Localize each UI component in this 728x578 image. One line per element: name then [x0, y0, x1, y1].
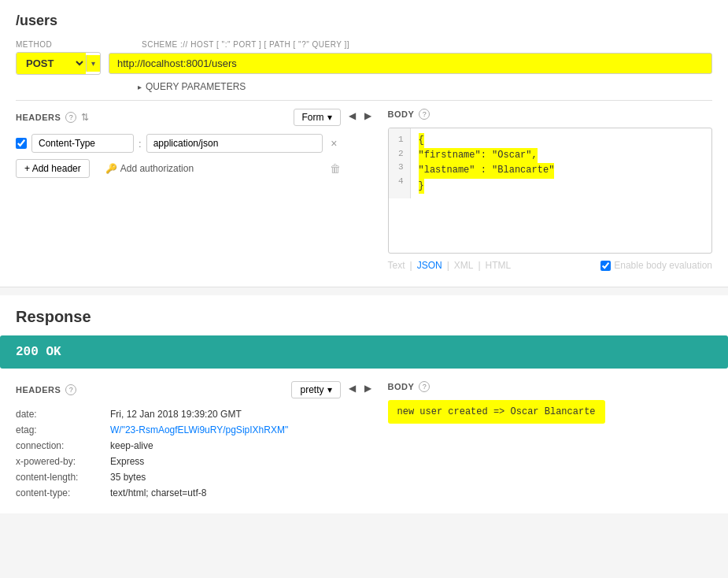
resp-header-key-xpowered: x-powered-by:: [16, 454, 110, 469]
resp-headers-table: date: Fri, 12 Jan 2018 19:39:20 GMT etag…: [16, 406, 341, 501]
etag-link[interactable]: W/"23-RsmAogfELWi9uRY/pgSipIXhRXM": [110, 424, 288, 435]
add-header-button[interactable]: + Add header: [16, 159, 90, 178]
headers-sort-icon[interactable]: ⇅: [81, 112, 89, 123]
code-lines: 1 2 3 4 { "firstname": "Oscar", "lastnam…: [389, 128, 712, 198]
body-eval-checkbox[interactable]: [601, 261, 611, 271]
resp-header-val-contentlength: 35 bytes: [110, 469, 341, 485]
resp-pretty-button[interactable]: pretty ▾: [291, 381, 340, 398]
collapse-right-icon: ▶: [364, 110, 371, 121]
resp-header-val-etag: W/"23-RsmAogfELWi9uRY/pgSipIXhRXM": [110, 422, 341, 438]
method-url-row: POST GET PUT DELETE PATCH ▾: [16, 52, 712, 75]
resp-headers-label-row: HEADERS ? pretty ▾: [16, 381, 341, 398]
resp-collapse-right-icon: ▶: [364, 383, 371, 394]
resp-header-val-date: Fri, 12 Jan 2018 19:39:20 GMT: [110, 406, 341, 422]
method-dropdown-btn[interactable]: ▾: [86, 55, 100, 72]
format-json-link[interactable]: JSON: [417, 260, 442, 271]
resp-headers-info-icon: ?: [65, 384, 76, 395]
body-line-1: {: [419, 133, 424, 148]
resp-header-row-xpowered: x-powered-by: Express: [16, 454, 341, 469]
header-value-input-1[interactable]: [146, 134, 323, 153]
resp-header-row-contenttype: content-type: text/html; charset=utf-8: [16, 485, 341, 501]
add-authorization-button[interactable]: 🔑 Add authorization: [105, 163, 194, 174]
resp-body-info-icon: ?: [419, 381, 430, 392]
status-bar: 200 OK: [0, 335, 728, 369]
response-title: Response: [16, 308, 712, 326]
resp-header-val-contenttype: text/html; charset=utf-8: [110, 485, 341, 501]
body-panel-header: BODY ?: [388, 109, 713, 120]
url-input[interactable]: [109, 53, 712, 74]
resp-body-content: new user created => Oscar Blancarte: [388, 400, 713, 424]
response-section: Response 200 OK HEADERS ? pretty ▾ date:…: [0, 295, 728, 513]
resp-header-row-date: date: Fri, 12 Jan 2018 19:39:20 GMT: [16, 406, 341, 422]
format-xml-label: XML: [454, 260, 474, 271]
separator-2: |: [447, 260, 449, 271]
line-numbers: 1 2 3 4: [389, 128, 411, 198]
headers-panel-header: HEADERS ? ⇅ Form ▾: [16, 109, 341, 126]
header-row-1: : ×: [16, 134, 341, 153]
code-content: { "firstname": "Oscar", "lastname" : "Bl…: [411, 128, 712, 198]
resp-collapse-left-icon: ◀: [349, 383, 356, 394]
body-format-row: Text | JSON | XML | HTML Enable body eva…: [388, 260, 713, 271]
resp-body-header: BODY ?: [388, 381, 713, 392]
url-label: SCHEME :// HOST [ ":" PORT ] [ PATH [ "?…: [142, 40, 349, 49]
headers-panel-title: HEADERS: [16, 113, 61, 122]
resp-headers-panel: HEADERS ? pretty ▾ date: Fri, 12 Jan 201…: [16, 381, 349, 501]
collapse-left-arrow[interactable]: ◀: [349, 109, 364, 121]
header-key-input-1[interactable]: [31, 134, 134, 153]
resp-header-val-connection: keep-alive: [110, 438, 341, 454]
headers-info-icon: ?: [65, 112, 76, 123]
query-params-arrow-icon: ▸: [138, 83, 142, 91]
resp-headers-title: HEADERS: [16, 385, 61, 395]
headers-panel: HEADERS ? ⇅ Form ▾ : × + Add header 🔑: [16, 109, 349, 178]
query-params-toggle[interactable]: ▸ QUERY PARAMETERS: [138, 81, 712, 92]
resp-body-title: BODY: [388, 382, 415, 391]
body-line-3: "lastname" : "Blancarte": [419, 163, 555, 178]
separator-3: |: [478, 260, 480, 271]
response-panels: HEADERS ? pretty ▾ date: Fri, 12 Jan 201…: [16, 381, 712, 501]
resp-header-row-contentlength: content-length: 35 bytes: [16, 469, 341, 485]
header-remove-icon-1[interactable]: ×: [327, 137, 340, 150]
collapse-left-icon: ◀: [349, 110, 356, 121]
method-select-wrapper: POST GET PUT DELETE PATCH ▾: [16, 52, 101, 75]
body-panel: BODY ? 1 2 3 4 { "firstname": "Oscar", "…: [380, 109, 713, 271]
body-code-editor[interactable]: 1 2 3 4 { "firstname": "Oscar", "lastnam…: [388, 128, 713, 254]
key-icon: 🔑: [105, 163, 117, 174]
separator-1: |: [410, 260, 412, 271]
header-checkbox-1[interactable]: [16, 138, 27, 149]
resp-header-val-xpowered: Express: [110, 454, 341, 469]
resp-body-text: new user created => Oscar Blancarte: [388, 400, 605, 424]
format-html-label: HTML: [486, 260, 512, 271]
body-panel-title: BODY: [388, 109, 415, 119]
resp-collapse-right[interactable]: ▶: [364, 381, 380, 394]
trash-icon[interactable]: 🗑: [330, 162, 341, 175]
resp-header-row-connection: connection: keep-alive: [16, 438, 341, 454]
form-button[interactable]: Form ▾: [294, 109, 341, 126]
resp-body-panel: BODY ? new user created => Oscar Blancar…: [380, 381, 713, 424]
body-line-4: }: [419, 179, 424, 194]
request-body-row: HEADERS ? ⇅ Form ▾ : × + Add header 🔑: [16, 109, 712, 271]
header-actions-row: + Add header 🔑 Add authorization 🗑: [16, 159, 341, 178]
body-eval-label: Enable body evaluation: [614, 260, 712, 271]
body-info-icon: ?: [419, 109, 430, 120]
resp-header-row-etag: etag: W/"23-RsmAogfELWi9uRY/pgSipIXhRXM": [16, 422, 341, 438]
resp-header-key-contenttype: content-type:: [16, 485, 110, 501]
header-colon-1: :: [139, 138, 142, 150]
method-label: METHOD: [16, 40, 142, 49]
body-eval-check: Enable body evaluation: [601, 260, 712, 271]
page-title: /users: [16, 13, 712, 29]
divider: [16, 100, 712, 101]
resp-header-key-connection: connection:: [16, 438, 110, 454]
resp-header-key-etag: etag:: [16, 422, 110, 438]
body-line-2: "firstname": "Oscar",: [419, 148, 538, 163]
query-params-label: QUERY PARAMETERS: [146, 81, 246, 92]
resp-header-key-contentlength: content-length:: [16, 469, 110, 485]
request-section: /users METHOD SCHEME :// HOST [ ":" PORT…: [0, 0, 728, 287]
method-select[interactable]: POST GET PUT DELETE PATCH: [17, 53, 86, 74]
resp-header-key-date: date:: [16, 406, 110, 422]
collapse-right-arrow[interactable]: ▶: [364, 109, 380, 121]
format-text-label: Text: [388, 260, 405, 271]
resp-collapse-left[interactable]: ◀: [349, 381, 364, 394]
